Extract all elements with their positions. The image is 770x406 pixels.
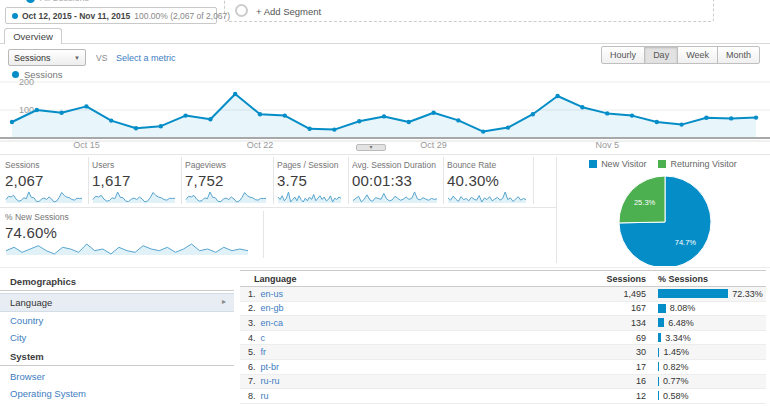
metric-select[interactable]: Sessions ▼: [8, 49, 86, 66]
pct-bar: [658, 333, 661, 342]
add-segment-circle-icon: [235, 4, 248, 17]
granularity-hourly[interactable]: Hourly: [601, 46, 645, 64]
data-point-marker: [605, 111, 609, 115]
granularity-day[interactable]: Day: [644, 46, 678, 64]
sparkline: [277, 189, 342, 204]
language-link[interactable]: ru: [261, 391, 269, 401]
column-header-sessions[interactable]: Sessions: [571, 274, 646, 284]
vs-label: VS: [96, 53, 107, 63]
sparkline: [5, 189, 83, 204]
data-point-marker: [134, 126, 138, 130]
card-divider: [348, 157, 349, 204]
sidebar-item-city[interactable]: City: [0, 329, 234, 346]
chevron-down-icon: ▼: [74, 55, 80, 61]
sessions-cell: 134: [571, 318, 646, 328]
tab-overview[interactable]: Overview: [4, 28, 62, 44]
sidebar-item-country[interactable]: Country: [0, 312, 234, 329]
sidebar-item-language[interactable]: Language▸: [0, 293, 234, 312]
language-link[interactable]: pt-br: [261, 362, 280, 372]
data-point-marker: [35, 108, 39, 112]
language-cell: 6.pt-br: [240, 362, 571, 372]
language-link[interactable]: en-ca: [261, 318, 284, 328]
data-point-marker: [407, 120, 411, 124]
timeline-svg: 200100Oct 15Oct 22Oct 29Nov 5: [0, 66, 770, 154]
timeline-drag-handle[interactable]: ▾: [356, 144, 386, 151]
scorecard-bounce-rate: Bounce Rate40.30%: [447, 160, 533, 206]
data-point-marker: [655, 120, 659, 124]
data-point-marker: [258, 112, 262, 116]
language-link[interactable]: c: [261, 333, 266, 343]
pct-sessions-cell: 0.77%: [646, 376, 766, 386]
card-divider: [181, 157, 182, 204]
data-point-marker: [555, 94, 559, 98]
column-header-pct-sessions[interactable]: % Sessions: [646, 274, 766, 284]
language-link[interactable]: en-us: [261, 289, 284, 299]
x-axis-label: Oct 15: [73, 140, 100, 150]
data-point-marker: [109, 118, 113, 122]
table-row: 6.pt-br170.82%: [240, 360, 766, 375]
pct-bar: [658, 391, 659, 400]
table-row: 4.c693.34%: [240, 331, 766, 346]
scorecard-label: % New Sessions: [5, 212, 255, 222]
data-point-marker: [307, 127, 311, 131]
table-header-row: LanguageSessions% Sessions: [240, 270, 766, 287]
pct-bar: [658, 362, 659, 371]
sessions-cell: 30: [571, 347, 646, 357]
data-point-marker: [431, 111, 435, 115]
table-row: 1.en-us1,49572.33%: [240, 287, 766, 302]
table-row: 3.en-ca1346.48%: [240, 316, 766, 331]
sparkline: [352, 189, 438, 204]
segment-dot-icon: [26, 0, 35, 3]
card-divider: [533, 157, 534, 204]
granularity-button-group: HourlyDayWeekMonth: [601, 46, 760, 64]
sessions-cell: 17: [571, 362, 646, 372]
chevron-right-icon: ▸: [222, 297, 226, 306]
pie-slice-label: 25.3%: [634, 198, 656, 207]
table-row: 8.ru120.58%: [240, 389, 766, 404]
language-link[interactable]: en-gb: [261, 303, 284, 313]
sidebar-item-service-provider[interactable]: Service Provider: [0, 402, 234, 406]
row-rank: 8.: [248, 391, 256, 401]
language-cell: 8.ru: [240, 391, 571, 401]
table-row: 5.fr301.45%: [240, 345, 766, 360]
column-header-language[interactable]: Language: [240, 274, 571, 284]
sidebar-item-operating-system[interactable]: Operating System: [0, 385, 234, 402]
language-link[interactable]: fr: [261, 347, 267, 357]
segment-color-dot-icon: [12, 13, 18, 19]
language-cell: 1.en-us: [240, 289, 571, 299]
data-point-marker: [10, 120, 14, 124]
data-point-marker: [357, 119, 361, 123]
scorecard-label: Users: [92, 160, 182, 170]
legend-label: Returning Visitor: [670, 159, 736, 169]
analytics-audience-overview-page: All Sessions Oct 12, 2015 - Nov 11, 2015…: [0, 0, 770, 406]
report-top-divider: [0, 267, 770, 268]
pie-legend: New VisitorReturning Visitor: [560, 159, 766, 169]
data-point-marker: [233, 92, 237, 96]
granularity-week[interactable]: Week: [677, 46, 718, 64]
row-rank: 6.: [248, 362, 256, 372]
data-point-marker: [382, 114, 386, 118]
language-link[interactable]: ru-ru: [261, 376, 280, 386]
sidebar-item-label: Operating System: [10, 388, 86, 399]
segment-date-chip[interactable]: Oct 12, 2015 - Nov 11, 2015 100.00% (2,0…: [5, 7, 217, 24]
sparkline: [447, 189, 527, 204]
sessions-timeline-chart: 200100Oct 15Oct 22Oct 29Nov 5: [0, 66, 770, 154]
sidebar-item-label: Browser: [10, 371, 45, 382]
data-point-marker: [183, 113, 187, 117]
row-rank: 1.: [248, 289, 256, 299]
add-segment-label: + Add Segment: [256, 6, 321, 17]
data-point-marker: [679, 122, 683, 126]
language-table: LanguageSessions% Sessions1.en-us1,49572…: [240, 270, 766, 404]
data-point-marker: [506, 125, 510, 129]
pct-label: 0.77%: [663, 376, 689, 386]
card-divider: [88, 157, 89, 204]
data-point-marker: [332, 127, 336, 131]
select-metric-link[interactable]: Select a metric: [116, 53, 176, 63]
data-point-marker: [754, 115, 758, 119]
add-segment-dropzone[interactable]: + Add Segment: [224, 0, 714, 22]
granularity-month[interactable]: Month: [717, 46, 760, 64]
table-row: 2.en-gb1678.08%: [240, 302, 766, 317]
sidebar-item-browser[interactable]: Browser: [0, 368, 234, 385]
pie-svg: 74.7%25.3%: [560, 156, 770, 266]
data-point-marker: [159, 124, 163, 128]
